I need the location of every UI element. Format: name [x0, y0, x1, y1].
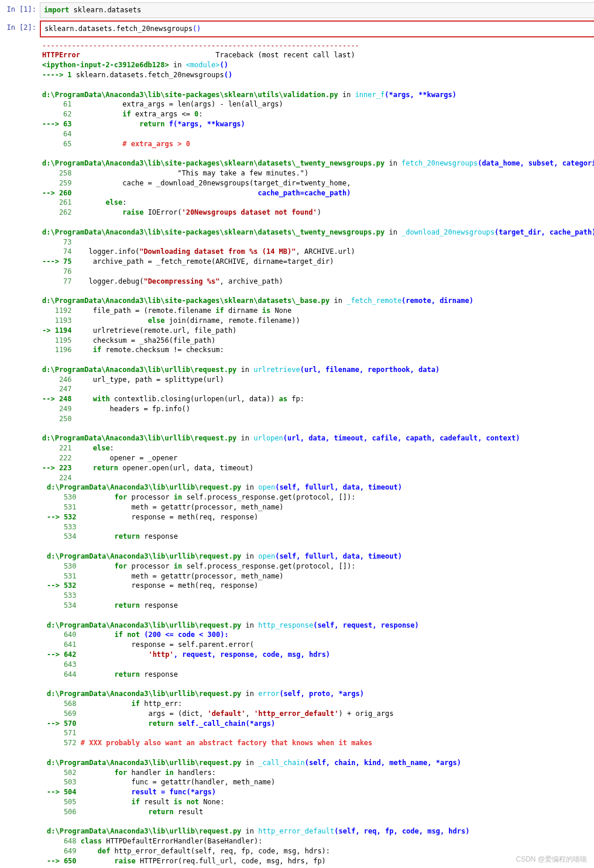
traceback-divider: ----------------------------------------… [42, 41, 358, 51]
frame-10-header: d:\ProgramData\Anaconda3\lib\urllib\requ… [47, 689, 594, 699]
frame-12-l649: 649 def http_error_default(self, req, fp… [47, 846, 594, 856]
frame-5-header: d:\ProgramData\Anaconda3\lib\urllib\requ… [42, 365, 594, 375]
frame-6-l222: 222 opener = _opener [42, 453, 594, 463]
frame-7-header: d:\ProgramData\Anaconda3\lib\urllib\requ… [47, 483, 594, 492]
frame-8-header: d:\ProgramData\Anaconda3\lib\urllib\requ… [47, 552, 594, 562]
code-text: sklearn.datasets.fetch_20newsgroups [44, 25, 193, 33]
frame-7-l533: 533 [47, 522, 594, 532]
frame-4-l1192: 1192 file_path = (remote.filename if dir… [42, 306, 594, 316]
frame-7-l534: 534 return response [47, 532, 594, 542]
frame-5-l246: 246 url_type, path = splittype(url) [42, 375, 594, 385]
frame-9-header: d:\ProgramData\Anaconda3\lib\urllib\requ… [47, 621, 594, 631]
frame-6-l223: --> 223 return opener.open(url, data, ti… [42, 463, 594, 473]
frame-1-l62: 62 if extra_args <= 0: [42, 109, 594, 119]
frame-1-l65: 65 # extra_args > 0 [42, 139, 594, 149]
code-input-1[interactable]: import sklearn.datasets [40, 2, 594, 18]
error-name: HTTPError [42, 51, 80, 59]
frame-4-l1196: 1196 if remote.checksum != checksum: [42, 345, 594, 355]
watermark: CSDN @爱编程的喵喵 [516, 855, 587, 864]
frame-2-l262: 262 raise IOError('20Newsgroups dataset … [42, 208, 594, 218]
frame-10-l571: 571 [47, 728, 594, 738]
exec-line: ----> 1 sklearn.datasets.fetch_20newsgro… [42, 70, 594, 80]
frame-8-l530: 530 for processor in self.process_respon… [47, 562, 594, 571]
frame-11-header: d:\ProgramData\Anaconda3\lib\urllib\requ… [47, 758, 594, 768]
frame-11-l503: 503 func = getattr(handler, meth_name) [47, 777, 594, 787]
frame-10-l570: --> 570 return self._call_chain(*args) [47, 719, 594, 729]
traceback-output: ----------------------------------------… [36, 40, 594, 868]
frame-7-l532: --> 532 response = meth(req, response) [47, 512, 594, 522]
frame-11-l504: --> 504 result = func(*args) [47, 787, 594, 797]
frame-5-l249: 249 headers = fp.info() [42, 404, 594, 414]
frame-4-l1193: 1193 else join(dirname, remote.filename)… [42, 316, 594, 326]
frame-2-l258: 258 "This may take a few minutes.") [42, 168, 594, 178]
frame-2-header: d:\ProgramData\Anaconda3\lib\site-packag… [42, 159, 594, 168]
keyword-import: import [44, 6, 69, 14]
frame-4-header: d:\ProgramData\Anaconda3\lib\site-packag… [42, 296, 594, 306]
frame-9-l642: --> 642 'http', request, response, code,… [47, 650, 594, 660]
frame-9-l640: 640 if not (200 <= code < 300): [47, 630, 594, 640]
frame-1-l61: 61 extra_args = len(args) - len(all_args… [42, 99, 594, 109]
frame-11-l505: 505 if result is not None: [47, 797, 594, 807]
frame-2-l259: 259 cache = _download_20newsgroups(targe… [42, 178, 594, 188]
frame-5-l247: 247 [42, 384, 594, 394]
frame-1-l63: ---> 63 return f(*args, **kwargs) [42, 119, 594, 129]
frame-6-header: d:\ProgramData\Anaconda3\lib\urllib\requ… [42, 433, 594, 443]
frame-6-l221: 221 else: [42, 443, 594, 453]
input-prompt-2: In [2]: [2, 20, 40, 37]
frame-12-l650: --> 650 raise HTTPError(req.full_url, co… [47, 856, 594, 866]
frame-12-l648: 648 class HTTPDefaultErrorHandler(BaseHa… [47, 836, 594, 846]
frame-10-l569: 569 args = (dict, 'default', 'http_error… [47, 709, 594, 719]
module-name: sklearn.datasets [69, 6, 141, 14]
frame-9-l644: 644 return response [47, 670, 594, 680]
frame-3-l77: 77 logger.debug("Decompressing %s", arch… [42, 277, 594, 287]
code-input-2[interactable]: sklearn.datasets.fetch_20newsgroups() [40, 20, 594, 37]
frame-8-l533: 533 [47, 591, 594, 601]
frame-2-l260: --> 260 cache_path=cache_path) [42, 188, 594, 198]
frame-5-l248: --> 248 with contextlib.closing(urlopen(… [42, 394, 594, 404]
frame-7-l530: 530 for processor in self.process_respon… [47, 492, 594, 502]
traceback-label: Traceback (most recent call last) [80, 51, 355, 59]
frame-3-l75: ---> 75 archive_path = _fetch_remote(ARC… [42, 257, 594, 267]
frame-1-l64: 64 [42, 129, 594, 139]
indented-frames: d:\ProgramData\Anaconda3\lib\urllib\requ… [47, 483, 594, 868]
frame-4-l1195: 1195 checksum = _sha256(file_path) [42, 336, 594, 346]
frame-11-l502: 502 for handler in handlers: [47, 768, 594, 778]
frame-5-l250: 250 [42, 414, 594, 424]
frame-12-header: d:\ProgramData\Anaconda3\lib\urllib\requ… [47, 826, 594, 836]
error-header: HTTPError Traceback (most recent call la… [42, 50, 594, 60]
frame-11-l506: 506 return result [47, 807, 594, 817]
frame-3-l76: 76 [42, 267, 594, 277]
frame-9-l641: 641 response = self.parent.error( [47, 640, 594, 650]
frame-4-l1194: -> 1194 urlretrieve(remote.url, file_pat… [42, 326, 594, 336]
frame-10-l568: 568 if http_err: [47, 699, 594, 709]
frame-8-l534: 534 return response [47, 601, 594, 611]
frame-1-header: d:\ProgramData\Anaconda3\lib\site-packag… [42, 90, 594, 100]
frame-8-l532: --> 532 response = meth(req, response) [47, 581, 594, 591]
ipython-input-loc: <ipython-input-2-c3912e6db128> in <modul… [42, 60, 594, 70]
frame-6-l224: 224 [42, 473, 594, 483]
code-cell-2: In [2]: sklearn.datasets.fetch_20newsgro… [2, 20, 594, 37]
frame-3-l74: 74 logger.info("Downloading dataset from… [42, 247, 594, 257]
frame-2-l261: 261 else: [42, 198, 594, 208]
frame-3-header: d:\ProgramData\Anaconda3\lib\site-packag… [42, 228, 594, 237]
frame-8-l531: 531 meth = getattr(processor, meth_name) [47, 571, 594, 581]
frame-9-l643: 643 [47, 660, 594, 670]
call-paren: () [193, 25, 201, 33]
input-prompt-1: In [1]: [2, 2, 40, 18]
frame-10-l572: 572 # XXX probably also want an abstract… [47, 738, 594, 748]
frame-7-l531: 531 meth = getattr(processor, meth_name) [47, 502, 594, 512]
frame-3-l73: 73 [42, 237, 594, 247]
code-cell-1: In [1]: import sklearn.datasets [2, 2, 594, 18]
frame-12-l651: 651 [47, 866, 594, 868]
